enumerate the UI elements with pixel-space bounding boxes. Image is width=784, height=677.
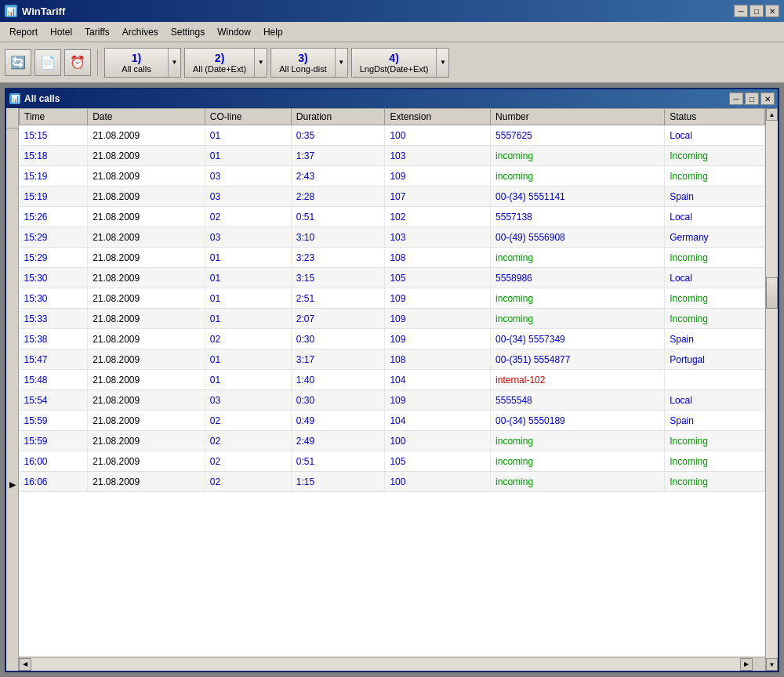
data-table: Time Date CO-line Duration Extension Num…: [19, 108, 765, 492]
col-header-duration[interactable]: Duration: [291, 109, 385, 125]
table-row[interactable]: 15:59 21.08.2009 02 2:49 100 incoming In…: [20, 431, 765, 451]
cell-status: Local: [665, 125, 765, 146]
table-row[interactable]: 15:30 21.08.2009 01 3:15 105 5558986 Loc…: [20, 268, 765, 288]
table-row[interactable]: 15:19 21.08.2009 03 2:28 107 00-(34) 555…: [20, 186, 765, 207]
menu-report[interactable]: Report: [3, 25, 44, 39]
title-bar-buttons: ─ □ ✕: [734, 5, 779, 17]
report-btn-1[interactable]: 1) All calls ▼: [104, 48, 181, 78]
table-row[interactable]: 15:29 21.08.2009 01 3:23 108 incoming In…: [20, 248, 765, 268]
menu-help[interactable]: Help: [257, 25, 289, 39]
report-btn-4[interactable]: 4) LngDst(Date+Ext) ▼: [351, 48, 450, 78]
cell-coline: 03: [205, 186, 291, 207]
minimize-button[interactable]: ─: [734, 5, 748, 17]
cell-coline: 02: [205, 431, 291, 451]
cell-extension: 104: [385, 370, 491, 390]
table-row[interactable]: 15:18 21.08.2009 01 1:37 103 incoming In…: [20, 146, 765, 166]
scroll-left-button[interactable]: ◀: [19, 658, 31, 671]
table-row[interactable]: 15:48 21.08.2009 01 1:40 104 internal-10…: [20, 370, 765, 390]
scroll-thumb[interactable]: [766, 277, 778, 309]
cell-extension: 100: [385, 125, 491, 146]
menu-window[interactable]: Window: [211, 25, 257, 39]
cell-date: 21.08.2009: [88, 431, 205, 451]
cell-duration: 3:17: [291, 349, 385, 370]
report-btn-3[interactable]: 3) All Long-dist ▼: [270, 48, 348, 78]
cell-duration: 0:49: [291, 411, 385, 431]
cell-date: 21.08.2009: [88, 248, 205, 268]
cell-coline: 01: [205, 125, 291, 146]
col-header-status[interactable]: Status: [665, 109, 765, 125]
menu-settings[interactable]: Settings: [165, 25, 211, 39]
mdi-title-bar: 📊 All calls ─ □ ✕: [6, 89, 778, 108]
toolbar-icon-3[interactable]: ⏰: [64, 49, 91, 76]
menu-hotel[interactable]: Hotel: [44, 25, 78, 39]
scroll-down-button[interactable]: ▼: [766, 658, 778, 671]
cell-number: 00-(34) 5551141: [491, 186, 665, 207]
cell-date: 21.08.2009: [88, 186, 205, 207]
table-row[interactable]: 15:54 21.08.2009 03 0:30 109 5555548 Loc…: [20, 390, 765, 411]
menu-archives[interactable]: Archives: [116, 25, 165, 39]
col-header-number[interactable]: Number: [491, 109, 665, 125]
col-header-extension[interactable]: Extension: [385, 109, 491, 125]
toolbar-icon-1[interactable]: 🔄: [5, 49, 31, 76]
report-arrow-2[interactable]: ▼: [254, 49, 267, 77]
row-indicator: [6, 230, 18, 251]
maximize-button[interactable]: □: [750, 5, 764, 17]
cell-coline: 03: [205, 227, 291, 248]
scroll-corner: [753, 658, 765, 671]
report-arrow-1[interactable]: ▼: [168, 49, 180, 77]
table-row[interactable]: 15:26 21.08.2009 02 0:51 102 5557138 Loc…: [20, 207, 765, 227]
cell-status: Spain: [665, 411, 765, 431]
scroll-track-v[interactable]: [766, 121, 778, 658]
table-wrapper[interactable]: Time Date CO-line Duration Extension Num…: [19, 108, 765, 657]
col-header-time[interactable]: Time: [20, 109, 88, 125]
scroll-right-button[interactable]: ▶: [740, 658, 753, 671]
cell-date: 21.08.2009: [88, 411, 205, 431]
cell-time: 15:38: [20, 329, 88, 349]
row-indicator: [6, 414, 18, 434]
mdi-close-button[interactable]: ✕: [760, 92, 775, 105]
toolbar-icon-2[interactable]: 📄: [34, 49, 61, 76]
scroll-up-button[interactable]: ▲: [766, 108, 778, 121]
cell-number: incoming: [491, 431, 665, 451]
mdi-minimize-button[interactable]: ─: [729, 92, 743, 105]
row-indicator: [6, 373, 18, 393]
table-row[interactable]: 15:19 21.08.2009 03 2:43 109 incoming In…: [20, 166, 765, 186]
title-bar: 📊 WinTariff ─ □ ✕: [0, 0, 784, 22]
mdi-maximize-button[interactable]: □: [745, 92, 759, 105]
cell-number: internal-102: [491, 370, 665, 390]
table-row[interactable]: 15:30 21.08.2009 01 2:51 109 incoming In…: [20, 288, 765, 309]
table-scroll-area: Time Date CO-line Duration Extension Num…: [19, 108, 765, 671]
cell-number: 5557138: [491, 207, 665, 227]
row-indicator: [6, 434, 18, 454]
toolbar: 🔄 📄 ⏰ 1) All calls ▼ 2) All (Date+Ext) ▼…: [0, 42, 784, 83]
report-btn-2[interactable]: 2) All (Date+Ext) ▼: [184, 48, 267, 78]
table-row[interactable]: 16:06 21.08.2009 02 1:15 100 incoming In…: [20, 472, 765, 492]
cell-date: 21.08.2009: [88, 288, 205, 309]
row-indicator: [6, 251, 18, 271]
scroll-track-h[interactable]: [31, 658, 740, 671]
table-row[interactable]: 15:29 21.08.2009 03 3:10 103 00-(49) 555…: [20, 227, 765, 248]
close-button[interactable]: ✕: [765, 5, 779, 17]
cell-number: 00-(49) 5556908: [491, 227, 665, 248]
col-header-coline[interactable]: CO-line: [205, 109, 291, 125]
report-arrow-4[interactable]: ▼: [436, 49, 448, 77]
cell-duration: 3:15: [291, 268, 385, 288]
table-row[interactable]: 16:00 21.08.2009 02 0:51 105 incoming In…: [20, 451, 765, 472]
cell-time: 16:06: [20, 472, 88, 492]
cell-number: incoming: [491, 472, 665, 492]
table-row[interactable]: 15:38 21.08.2009 02 0:30 109 00-(34) 555…: [20, 329, 765, 349]
cell-coline: 01: [205, 146, 291, 166]
menu-tariffs[interactable]: Tariffs: [78, 25, 116, 39]
table-row[interactable]: 15:33 21.08.2009 01 2:07 109 incoming In…: [20, 309, 765, 329]
cell-time: 15:30: [20, 288, 88, 309]
cell-time: 15:54: [20, 390, 88, 411]
report-arrow-3[interactable]: ▼: [335, 49, 347, 77]
table-row[interactable]: 15:47 21.08.2009 01 3:17 108 00-(351) 55…: [20, 349, 765, 370]
col-header-date[interactable]: Date: [88, 109, 205, 125]
toolbar-separator: [97, 49, 98, 76]
cell-duration: 0:51: [291, 451, 385, 472]
table-row[interactable]: 15:15 21.08.2009 01 0:35 100 5557625 Loc…: [20, 125, 765, 146]
row-indicator: [6, 210, 18, 230]
cell-time: 15:48: [20, 370, 88, 390]
table-row[interactable]: 15:59 21.08.2009 02 0:49 104 00-(34) 555…: [20, 411, 765, 431]
